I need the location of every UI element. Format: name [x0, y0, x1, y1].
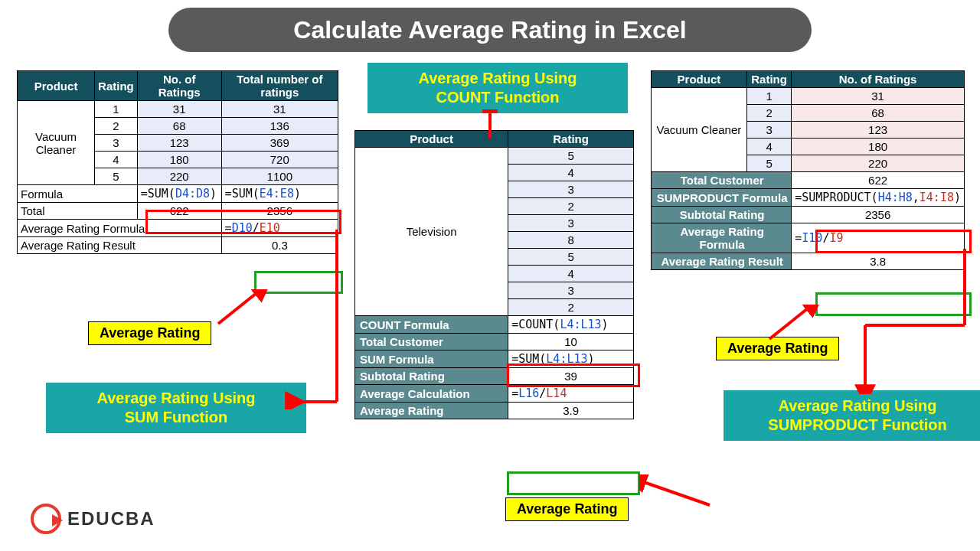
- cell: 31: [221, 101, 338, 118]
- avg-formula-label: Average Rating Formula: [652, 223, 792, 253]
- total-tot: 2356: [221, 203, 338, 220]
- avg-formula-label: Average Rating Formula: [18, 220, 222, 237]
- avg-result: 3.9: [508, 403, 634, 419]
- logo-icon: [31, 504, 61, 534]
- cell: 8: [508, 232, 634, 249]
- callout-avg-rating: Average Rating: [88, 321, 211, 345]
- highlight-green: [507, 471, 640, 495]
- cell: 720: [221, 152, 338, 168]
- cell: 5: [746, 155, 791, 172]
- callout-avg-rating: Average Rating: [716, 337, 839, 360]
- subtotal: 2356: [792, 207, 965, 223]
- cell: 4: [508, 266, 634, 282]
- total-customer-label: Total Customer: [355, 334, 508, 350]
- cell: 4: [746, 139, 791, 155]
- logo-text: EDUCBA: [67, 508, 155, 530]
- cell-product: Vacuum Cleaner: [18, 101, 95, 185]
- cell: 369: [221, 135, 338, 152]
- cell: 4: [508, 165, 634, 181]
- sumproduct-label: SUMPRODUCT Formula: [652, 189, 792, 207]
- logo: EDUCBA: [31, 504, 155, 534]
- sum-formula-label: SUM Formula: [355, 350, 508, 368]
- count-formula: =COUNT(L4:L13): [508, 316, 634, 334]
- th-totalnum: Total number of ratings: [221, 71, 338, 101]
- svg-line-8: [644, 482, 710, 505]
- total-customer-label: Total Customer: [652, 172, 792, 189]
- cell: 136: [221, 118, 338, 135]
- subtotal: 39: [508, 368, 634, 385]
- cell: 1: [95, 101, 138, 118]
- callout-sumproduct-fn: Average Rating UsingSUMPRODUCT Function: [724, 390, 980, 441]
- sumproduct-formula: =SUMPRODUCT(H4:H8,I4:I8): [792, 189, 965, 207]
- avg-result: 0.3: [221, 237, 338, 254]
- arrow-icon: [842, 249, 980, 394]
- page: Calculate Average Rating in Excel Produc…: [0, 0, 980, 551]
- th-product: Product: [18, 71, 95, 101]
- cell: 220: [137, 168, 221, 185]
- formula-tot: =SUM(E4:E8): [221, 185, 338, 203]
- total-label: Total: [18, 203, 138, 220]
- cell: 2: [95, 118, 138, 135]
- cell: 5: [508, 148, 634, 165]
- th-rating: Rating: [746, 71, 791, 88]
- cell: 220: [792, 155, 965, 172]
- cell: 123: [792, 122, 965, 139]
- svg-line-4: [769, 308, 808, 339]
- total-num: 622: [137, 203, 221, 220]
- cell: 5: [95, 168, 138, 185]
- highlight-green: [815, 292, 972, 316]
- cell: 3: [746, 122, 791, 139]
- formula-label: Formula: [18, 185, 138, 203]
- subtotal-label: Subtotal Rating: [355, 368, 508, 385]
- avg-label: Average Rating: [355, 403, 508, 419]
- total-customer: 10: [508, 334, 634, 350]
- cell: 1: [746, 88, 791, 105]
- sum-formula: =SUM(L4:L13): [508, 350, 634, 368]
- cell: 2: [746, 105, 791, 122]
- cell: 1100: [221, 168, 338, 185]
- avg-calc-label: Average Calculation: [355, 385, 508, 403]
- avg-result: 3.8: [792, 253, 965, 270]
- left-table: Product Rating No. of Ratings Total numb…: [17, 70, 338, 254]
- th-rating: Rating: [95, 71, 138, 101]
- th-rating: Rating: [508, 131, 634, 148]
- cell: 180: [792, 139, 965, 155]
- avg-result-label: Average Rating Result: [652, 253, 792, 270]
- cell: 180: [137, 152, 221, 168]
- cell: 3: [508, 215, 634, 232]
- callout-avg-rating: Average Rating: [505, 497, 629, 521]
- th-product: Product: [355, 131, 508, 148]
- cell-product: Vacuum Cleaner: [652, 88, 747, 172]
- th-numratings: No. of Ratings: [137, 71, 221, 101]
- cell-product: Television: [355, 148, 508, 316]
- callout-count-fn: Average Rating UsingCOUNT Function: [368, 63, 628, 113]
- count-formula-label: COUNT Formula: [355, 316, 508, 334]
- cell: 4: [95, 152, 138, 168]
- cell: 2: [508, 198, 634, 215]
- avg-calc: =L16/L14: [508, 385, 634, 403]
- formula-num: =SUM(D4:D8): [137, 185, 221, 203]
- cell: 3: [95, 135, 138, 152]
- avg-formula: =I10/I9: [792, 223, 965, 253]
- cell: 5: [508, 249, 634, 266]
- center-table: Product Rating Television 5 4 3 2 3 8 5 …: [354, 130, 634, 419]
- arrow-icon: [214, 289, 268, 328]
- cell: 123: [137, 135, 221, 152]
- right-table: Product Rating No. of Ratings Vacuum Cle…: [651, 70, 965, 270]
- cell: 31: [137, 101, 221, 118]
- cell: 3: [508, 181, 634, 198]
- subtotal-label: Subtotal Rating: [652, 207, 792, 223]
- cell: 68: [137, 118, 221, 135]
- total-customer: 622: [792, 172, 965, 189]
- page-title: Calculate Average Rating in Excel: [168, 8, 812, 52]
- highlight-green: [254, 271, 343, 294]
- cell: 2: [508, 299, 634, 316]
- cell: 3: [508, 282, 634, 299]
- svg-line-0: [218, 293, 256, 324]
- th-numratings: No. of Ratings: [792, 71, 965, 88]
- arrow-icon: [639, 474, 716, 513]
- avg-result-label: Average Rating Result: [18, 237, 222, 254]
- th-product: Product: [652, 71, 747, 88]
- avg-formula: =D10/E10: [221, 220, 338, 237]
- cell: 31: [792, 88, 965, 105]
